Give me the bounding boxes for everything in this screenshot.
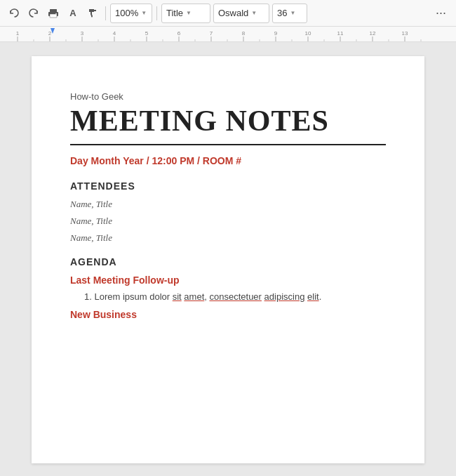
list-item-1: 1. Lorem ipsum dolor sit amet, consectet… xyxy=(84,291,386,302)
svg-text:4: 4 xyxy=(113,30,116,37)
svg-text:5: 5 xyxy=(145,30,149,37)
zoom-arrow-icon: ▼ xyxy=(141,10,147,16)
svg-text:7: 7 xyxy=(210,30,213,37)
underlined-word-2: amet xyxy=(184,291,204,302)
more-options-button[interactable]: ··· xyxy=(431,4,450,22)
underlined-word-1: sit xyxy=(173,291,182,302)
underlined-word-4: adipiscing xyxy=(264,291,305,302)
svg-text:10: 10 xyxy=(305,30,311,37)
underlined-word-3: consectetuer xyxy=(210,291,262,302)
toolbar: A 100% ▼ Title ▼ Oswald ▼ 36 ▼ ··· xyxy=(0,0,456,27)
size-arrow-icon: ▼ xyxy=(290,10,295,16)
document-subtitle: How-to Geek xyxy=(70,91,386,102)
svg-rect-5 xyxy=(0,27,456,42)
attendee-2: Name, Title xyxy=(70,216,386,227)
zoom-value: 100% xyxy=(115,8,138,18)
list-number: 1. xyxy=(84,291,92,302)
svg-text:12: 12 xyxy=(370,30,376,37)
svg-point-4 xyxy=(55,13,57,14)
toolbar-divider-2 xyxy=(156,6,157,20)
svg-rect-0 xyxy=(50,9,57,12)
print-button[interactable] xyxy=(45,5,62,22)
agenda-heading: AGENDA xyxy=(70,256,386,267)
ruler: 1 2 3 4 5 6 7 8 9 10 11 12 13 xyxy=(0,27,456,42)
font-selector[interactable]: Oswald ▼ xyxy=(213,4,269,23)
document-area: How-to Geek MEETING NOTES Day Month Year… xyxy=(0,42,456,476)
svg-text:13: 13 xyxy=(402,30,408,37)
svg-text:8: 8 xyxy=(242,30,246,37)
document-title: MEETING NOTES xyxy=(70,105,386,137)
document-page: How-to Geek MEETING NOTES Day Month Year… xyxy=(32,56,424,463)
style-selector[interactable]: Title ▼ xyxy=(161,4,210,23)
svg-text:1: 1 xyxy=(16,30,20,37)
attendee-3: Name, Title xyxy=(70,232,386,244)
svg-text:9: 9 xyxy=(274,30,278,37)
svg-text:11: 11 xyxy=(337,30,344,37)
text-format-button[interactable]: A xyxy=(65,5,81,22)
svg-text:2: 2 xyxy=(48,30,52,37)
document-divider xyxy=(70,144,386,145)
font-size-selector[interactable]: 36 ▼ xyxy=(272,4,307,23)
paint-format-button[interactable] xyxy=(84,5,101,22)
style-arrow-icon: ▼ xyxy=(186,10,192,16)
style-value: Title xyxy=(166,8,183,18)
toolbar-divider-1 xyxy=(105,6,106,20)
svg-text:3: 3 xyxy=(81,30,84,37)
font-size-value: 36 xyxy=(277,8,287,18)
zoom-selector[interactable]: 100% ▼ xyxy=(110,4,152,23)
document-date: Day Month Year / 12:00 PM / ROOM # xyxy=(70,155,386,166)
svg-text:6: 6 xyxy=(177,30,181,37)
font-arrow-icon: ▼ xyxy=(251,10,257,16)
attendees-heading: ATTENDEES xyxy=(70,180,386,192)
attendee-1: Name, Title xyxy=(70,199,386,210)
last-meeting-heading: Last Meeting Follow-up xyxy=(70,275,386,286)
undo-button[interactable] xyxy=(6,5,22,22)
svg-rect-3 xyxy=(50,14,57,18)
new-business-heading: New Business xyxy=(70,309,386,320)
font-value: Oswald xyxy=(218,8,248,18)
redo-button[interactable] xyxy=(25,5,42,22)
underlined-word-5: elit xyxy=(307,291,319,302)
